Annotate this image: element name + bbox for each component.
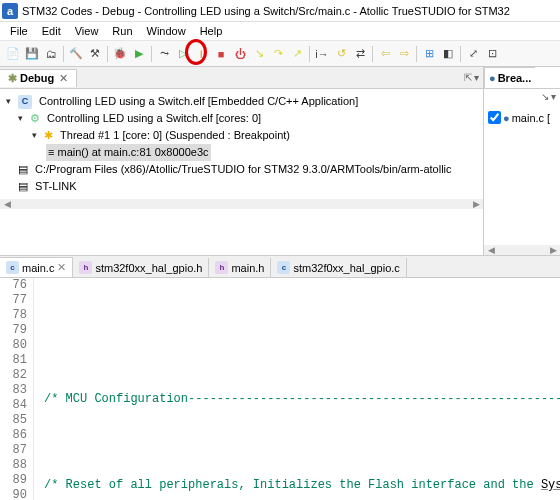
breakpoints-tab-label: Brea...	[498, 72, 532, 84]
tab-hal-gpio-h[interactable]: h stm32f0xx_hal_gpio.h	[73, 258, 209, 277]
build-icon[interactable]: 🔨	[67, 45, 85, 63]
tree-root[interactable]: Controlling LED using a Switch.elf [Embe…	[39, 93, 358, 110]
zoom-icon[interactable]: ⤢	[464, 45, 482, 63]
restart-icon[interactable]: ↺	[332, 45, 350, 63]
debug-tab[interactable]: ✱ Debug ✕	[0, 69, 77, 87]
debug-tree[interactable]: ▾C Controlling LED using a Switch.elf [E…	[0, 89, 483, 199]
scroll-right-icon[interactable]: ▶	[469, 199, 483, 209]
tab-label: main.c	[22, 262, 54, 274]
misc-icon[interactable]: ⊡	[483, 45, 501, 63]
collapse-icon[interactable]: ⇱	[464, 72, 472, 83]
menu-file[interactable]: File	[4, 23, 34, 39]
tab-main-c[interactable]: c main.c ✕	[0, 257, 73, 277]
breakpoints-view: ● Brea... ↘ ▾ ● main.c [ ◀ ▶	[484, 67, 560, 255]
app-icon: a	[2, 3, 18, 19]
new-icon[interactable]: 📄	[4, 45, 22, 63]
scroll-right-icon[interactable]: ▶	[546, 245, 560, 255]
menu-icon[interactable]: ▾	[474, 72, 479, 83]
tree-thread[interactable]: Thread #1 1 [core: 0] (Suspended : Break…	[60, 127, 290, 144]
thread-icon: ✱	[44, 127, 53, 144]
forward-icon[interactable]: ⇨	[395, 45, 413, 63]
titlebar: a STM32 Codes - Debug - Controlling LED …	[0, 0, 560, 22]
editor-tabs: c main.c ✕ h stm32f0xx_hal_gpio.h h main…	[0, 256, 560, 278]
build-all-icon[interactable]: ⚒	[86, 45, 104, 63]
run-icon[interactable]: ▶	[130, 45, 148, 63]
resume-icon[interactable]: ▷	[174, 45, 192, 63]
c-file-icon: c	[6, 261, 19, 274]
brk-tool-1-icon[interactable]: ↘	[541, 91, 549, 105]
c-file-icon: c	[277, 261, 290, 274]
menu-edit[interactable]: Edit	[36, 23, 67, 39]
close-icon[interactable]: ✕	[59, 72, 68, 85]
app-c-icon: C	[18, 95, 32, 109]
save-all-icon[interactable]: 🗂	[42, 45, 60, 63]
step-return-icon[interactable]: ↗	[288, 45, 306, 63]
debug-icon[interactable]: 🐞	[111, 45, 129, 63]
h-file-icon: h	[79, 261, 92, 274]
tab-label: main.h	[231, 262, 264, 274]
tab-main-h[interactable]: h main.h	[209, 258, 271, 277]
brk-tool-2-icon[interactable]: ▾	[551, 91, 556, 105]
suspend-icon[interactable]: ⏸	[193, 45, 211, 63]
editor-body[interactable]: 76 77 78 79 80 81 82 83 84 85 86 87 88 8…	[0, 278, 560, 500]
breakpoint-label: main.c [	[512, 112, 551, 124]
editor: c main.c ✕ h stm32f0xx_hal_gpio.h h main…	[0, 255, 560, 500]
menu-window[interactable]: Window	[141, 23, 192, 39]
step-into-icon[interactable]: ↘	[250, 45, 268, 63]
debug-pane-toolbar: ⇱ ▾	[464, 72, 483, 83]
tab-hal-gpio-c[interactable]: c stm32f0xx_hal_gpio.c	[271, 258, 406, 277]
menu-view[interactable]: View	[69, 23, 105, 39]
breakpoint-dot-icon: ●	[489, 72, 496, 84]
menu-run[interactable]: Run	[106, 23, 138, 39]
instruction-step-icon[interactable]: i→	[313, 45, 331, 63]
perspective-icon[interactable]: ⊞	[420, 45, 438, 63]
h-file-icon: h	[215, 261, 228, 274]
menubar: File Edit View Run Window Help	[0, 22, 560, 41]
scroll-left-icon[interactable]: ◀	[0, 199, 14, 209]
toolbar: 📄 💾 🗂 🔨 ⚒ 🐞 ▶ ⤳ ▷ ⏸ ■ ⏻ ↘ ↷ ↗ i→ ↺ ⇄ ⇦ ⇨…	[0, 41, 560, 67]
window-title: STM32 Codes - Debug - Controlling LED us…	[22, 5, 510, 17]
disconnect-icon[interactable]: ⏻	[231, 45, 249, 63]
gdb-icon: ▤	[18, 161, 28, 178]
scroll-left-icon[interactable]: ◀	[484, 245, 498, 255]
breakpoint-dot-icon: ●	[503, 112, 510, 124]
debug-view: ✱ Debug ✕ ⇱ ▾ ▾C Controlling LED using a…	[0, 67, 484, 255]
menu-help[interactable]: Help	[194, 23, 229, 39]
tree-proc[interactable]: Controlling LED using a Switch.elf [core…	[47, 110, 261, 127]
save-icon[interactable]: 💾	[23, 45, 41, 63]
skip-icon[interactable]: ⤳	[155, 45, 173, 63]
tree-gdb[interactable]: C:/Program Files (x86)/Atollic/TrueSTUDI…	[35, 161, 451, 178]
tree-frame[interactable]: main() at main.c:81 0x8000e3c	[57, 146, 208, 158]
back-icon[interactable]: ⇦	[376, 45, 394, 63]
breakpoint-checkbox[interactable]	[488, 111, 501, 124]
debug-tab-label: Debug	[20, 72, 54, 84]
step-over-icon[interactable]: ↷	[269, 45, 287, 63]
tree-stlink[interactable]: ST-LINK	[35, 178, 77, 195]
code-area[interactable]: /* MCU Configuration--------------------…	[34, 278, 560, 500]
breakpoint-item[interactable]: ● main.c [	[488, 111, 556, 124]
open-persp-icon[interactable]: ◧	[439, 45, 457, 63]
terminate-icon[interactable]: ■	[212, 45, 230, 63]
close-icon[interactable]: ✕	[57, 261, 66, 274]
tab-label: stm32f0xx_hal_gpio.h	[95, 262, 202, 274]
breakpoints-tab[interactable]: ● Brea...	[484, 67, 535, 88]
gear-icon: ⚙	[30, 110, 40, 127]
stlink-icon: ▤	[18, 178, 28, 195]
gutter[interactable]: 76 77 78 79 80 81 82 83 84 85 86 87 88 8…	[0, 278, 34, 500]
bug-icon: ✱	[8, 72, 17, 85]
stack-icon: ≡	[48, 146, 54, 158]
workspace: ✱ Debug ✕ ⇱ ▾ ▾C Controlling LED using a…	[0, 67, 560, 255]
tab-label: stm32f0xx_hal_gpio.c	[293, 262, 399, 274]
toggle-icon[interactable]: ⇄	[351, 45, 369, 63]
